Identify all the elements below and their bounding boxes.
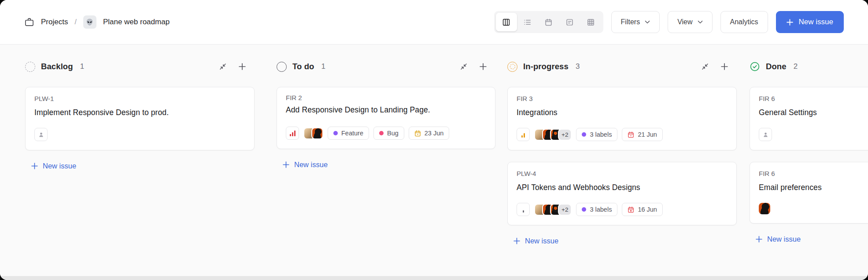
issue-properties xyxy=(34,128,245,141)
label-badge[interactable]: Feature xyxy=(328,127,369,140)
assignee-avatars[interactable] xyxy=(303,127,323,139)
filters-button[interactable]: Filters xyxy=(611,11,660,33)
chevron-down-icon xyxy=(698,20,703,24)
calendar-icon xyxy=(628,131,634,138)
column-count: 3 xyxy=(576,62,580,71)
briefcase-icon xyxy=(24,17,34,27)
column-new-issue-link[interactable]: New issue xyxy=(756,235,801,243)
grid-icon xyxy=(587,19,595,26)
new-issue-link-label: New issue xyxy=(525,237,558,245)
project-name[interactable]: Plane web roadmap xyxy=(103,18,170,26)
issue-title: Integrations xyxy=(517,108,728,117)
view-button[interactable]: View xyxy=(668,11,712,33)
toolbar: Filters View Analytics New issue xyxy=(494,11,844,33)
due-date-text: 23 Jun xyxy=(425,130,444,137)
analytics-label: Analytics xyxy=(730,18,758,26)
issue-card[interactable]: PLW-1 Implement Responsive Design to pro… xyxy=(25,87,255,150)
new-issue-label: New issue xyxy=(799,18,833,26)
issue-properties: +2 3 labels 16 Jun xyxy=(517,203,728,216)
calendar-icon xyxy=(414,130,421,137)
person-icon xyxy=(38,131,44,138)
label-text: 3 labels xyxy=(590,131,612,138)
issue-title: Email preferences xyxy=(759,183,868,192)
calendar-icon xyxy=(628,206,634,213)
issue-title: General Settings xyxy=(759,108,868,117)
issue-card[interactable]: PLW-4 API Tokens and Webhooks Designs +2 xyxy=(507,162,737,225)
priority-button[interactable] xyxy=(286,127,299,140)
assignee-avatars[interactable]: +2 xyxy=(534,204,572,216)
layout-calendar-button[interactable] xyxy=(538,13,559,31)
analytics-button[interactable]: Analytics xyxy=(720,11,768,33)
layout-grid-button[interactable] xyxy=(580,13,602,31)
priority-button[interactable] xyxy=(517,203,530,216)
add-issue-column-button[interactable] xyxy=(480,63,487,70)
avatar xyxy=(759,203,770,214)
label-text: Feature xyxy=(341,130,363,137)
issue-id: FIR 3 xyxy=(517,95,728,102)
collapse-column-button[interactable] xyxy=(460,63,468,71)
label-text: 3 labels xyxy=(590,206,612,213)
label-text: Bug xyxy=(387,130,399,137)
person-icon xyxy=(762,131,769,138)
layout-kanban-button[interactable] xyxy=(496,13,517,31)
issue-card[interactable]: FIR 6 General Settings xyxy=(750,87,868,150)
issue-properties: +2 3 labels 21 Jun xyxy=(517,128,728,141)
due-date-badge[interactable]: 16 Jun xyxy=(622,203,663,216)
due-date-badge[interactable]: 21 Jun xyxy=(622,128,663,141)
label-badge[interactable]: 3 labels xyxy=(576,128,617,141)
add-issue-column-button[interactable] xyxy=(721,63,728,70)
layout-spreadsheet-button[interactable] xyxy=(559,13,580,31)
plus-icon xyxy=(31,163,38,169)
label-dot xyxy=(582,132,586,137)
status-done-icon xyxy=(750,61,760,72)
due-date-badge[interactable]: 23 Jun xyxy=(409,127,450,140)
new-issue-button[interactable]: New issue xyxy=(776,11,844,33)
column-count: 2 xyxy=(794,62,798,71)
list-icon xyxy=(524,19,531,26)
assignee-avatars[interactable]: +2 xyxy=(534,129,572,141)
view-label: View xyxy=(677,18,692,26)
layout-list-button[interactable] xyxy=(517,13,538,31)
issue-card[interactable]: FIR 2 Add Responsive Design to Landing P… xyxy=(277,87,495,149)
issue-card[interactable]: FIR 6 Email preferences xyxy=(750,162,868,224)
column-new-issue-link[interactable]: New issue xyxy=(283,161,328,169)
alien-icon xyxy=(85,18,94,26)
assignee-avatars[interactable] xyxy=(759,203,770,214)
kanban-board: Backlog 1 PLW-1 Implement Responsive Des… xyxy=(0,44,868,276)
new-issue-link-label: New issue xyxy=(767,235,801,243)
label-dot xyxy=(379,131,384,135)
kanban-icon xyxy=(502,19,510,26)
label-badge[interactable]: 3 labels xyxy=(576,203,617,216)
issue-id: PLW-1 xyxy=(34,95,245,102)
issue-title: API Tokens and Webhooks Designs xyxy=(517,183,728,192)
calendar-view-icon xyxy=(545,19,552,26)
add-issue-column-button[interactable] xyxy=(239,63,246,70)
issue-id: FIR 6 xyxy=(759,95,868,102)
collapse-column-button[interactable] xyxy=(701,63,709,71)
assignee-placeholder-button[interactable] xyxy=(759,128,772,141)
column-count: 1 xyxy=(80,62,84,71)
issue-properties: Feature Bug 23 Jun xyxy=(286,127,486,140)
board-column-todo: To do 1 FIR 2 Add Responsive Design to L… xyxy=(277,60,495,276)
column-new-issue-link[interactable]: New issue xyxy=(31,162,76,170)
column-header: In-progress 3 xyxy=(507,60,737,74)
issue-id: FIR 6 xyxy=(759,170,868,177)
new-issue-link-label: New issue xyxy=(43,162,76,170)
assignee-placeholder-button[interactable] xyxy=(34,128,48,141)
issue-properties xyxy=(759,128,868,141)
issue-title: Implement Responsive Design to prod. xyxy=(34,108,245,117)
project-avatar xyxy=(83,15,96,29)
status-backlog-icon xyxy=(25,62,35,72)
breadcrumb-projects[interactable]: Projects xyxy=(41,18,68,26)
due-date-text: 16 Jun xyxy=(638,206,657,213)
collapse-column-button[interactable] xyxy=(219,63,227,71)
issue-card[interactable]: FIR 3 Integrations +2 3 labels xyxy=(507,87,737,150)
bottom-edge xyxy=(0,276,868,280)
extra-assignees-badge: +2 xyxy=(558,204,572,216)
filters-label: Filters xyxy=(621,18,640,26)
priority-button[interactable] xyxy=(517,128,530,141)
label-badge[interactable]: Bug xyxy=(373,127,404,140)
plus-icon xyxy=(756,236,762,243)
breadcrumb: Projects / Plane web roadmap xyxy=(24,15,170,29)
column-new-issue-link[interactable]: New issue xyxy=(513,237,558,245)
